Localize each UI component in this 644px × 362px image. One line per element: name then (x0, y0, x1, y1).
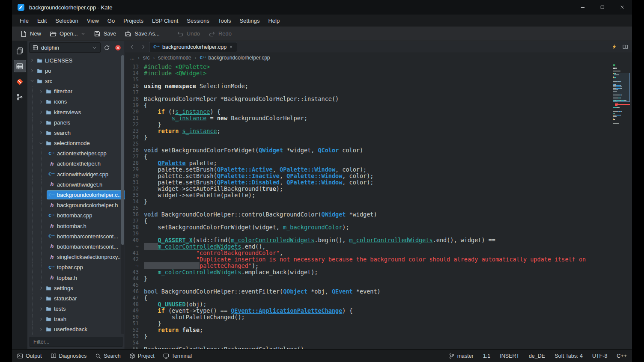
menu-edit[interactable]: Edit (33, 16, 51, 26)
tree-item-bottombarcontentscont[interactable]: C⁺⁺bottombarcontentscont... (29, 231, 125, 241)
quick-actions-bolt-icon[interactable] (609, 42, 619, 52)
chevron-right-icon[interactable] (38, 317, 44, 321)
close-project-button[interactable] (113, 42, 123, 53)
menu-help[interactable]: Help (264, 16, 284, 26)
forward-button[interactable] (138, 42, 148, 52)
redo-button[interactable]: Redo (205, 28, 236, 39)
tab-backgroundcolorhelper[interactable]: C⁺⁺ backgroundcolorhelper.cpp (149, 42, 237, 52)
tree-item-statusbar[interactable]: statusbar (29, 293, 125, 303)
menu-settings[interactable]: Settings (235, 16, 264, 26)
tree-item-bottombar-cpp[interactable]: C⁺⁺bottombar.cpp (29, 211, 125, 221)
activity-git-button[interactable] (14, 76, 26, 87)
chevron-down-icon[interactable] (29, 79, 35, 83)
breadcrumb-item[interactable]: src (143, 55, 150, 61)
chevron-right-icon[interactable] (38, 120, 44, 125)
chevron-right-icon[interactable] (38, 131, 44, 135)
tree-item-filterbar[interactable]: filterbar (29, 86, 125, 97)
indent-guide (32, 128, 38, 138)
tree-item-userfeedback[interactable]: userfeedback (29, 324, 125, 335)
chevron-down-icon[interactable] (38, 141, 44, 145)
indent-guide (41, 252, 47, 262)
back-button[interactable] (127, 42, 137, 52)
chevron-right-icon[interactable] (38, 110, 44, 114)
code-area[interactable]: 13#include <QPalette>14#include <QWidget… (125, 62, 632, 349)
statusbar-diagnostics[interactable]: Diagnostics (51, 353, 87, 359)
statusbar-input-mode[interactable]: INSERT (500, 353, 519, 359)
chevron-right-icon[interactable] (38, 307, 44, 311)
statusbar-encoding[interactable]: UTF-8 (592, 353, 607, 359)
open-button[interactable]: Open... (46, 28, 89, 39)
tree-item-kitemviews[interactable]: kitemviews (29, 107, 125, 117)
minimap[interactable] (613, 64, 630, 348)
tree-item-trash[interactable]: trash (29, 314, 125, 324)
chevron-right-icon[interactable] (38, 296, 44, 300)
statusbar-project[interactable]: Project (129, 353, 155, 359)
project-selector[interactable]: dolphin (29, 42, 101, 53)
chevron-right-icon[interactable] (38, 100, 44, 104)
activity-documents-button[interactable] (14, 45, 26, 56)
statusbar-search[interactable]: Search (95, 353, 121, 359)
breadcrumb-item[interactable]: selectionmode (158, 55, 191, 61)
menu-selection[interactable]: Selection (51, 16, 82, 26)
tree-item-topbar-cpp[interactable]: C⁺⁺topbar.cpp (29, 262, 125, 273)
tree-item-licenses[interactable]: LICENSES (29, 55, 125, 65)
tree-item-backgroundcolorhelper-h[interactable]: hbackgroundcolorhelper.h (29, 200, 125, 211)
chevron-right-icon[interactable] (29, 68, 35, 73)
symbols-icon (16, 93, 24, 101)
tree-item-actionwithwidget-cpp[interactable]: C⁺⁺actionwithwidget.cpp (29, 169, 125, 179)
statusbar-terminal[interactable]: Terminal (163, 353, 192, 359)
minimize-button[interactable] (573, 0, 593, 15)
breadcrumb-item[interactable]: ... (130, 55, 134, 61)
menu-projects[interactable]: Projects (119, 16, 148, 26)
close-tab-icon[interactable] (229, 45, 233, 49)
tree-item-actiontexthelper-cpp[interactable]: C⁺⁺actiontexthelper.cpp (29, 148, 125, 159)
breadcrumb-item[interactable]: C⁺⁺backgroundcolorhelper.cpp (200, 55, 270, 61)
tree-item-panels[interactable]: panels (29, 117, 125, 128)
tree-item-src[interactable]: src (29, 76, 125, 86)
tree-item-topbar-h[interactable]: htopbar.h (29, 273, 125, 283)
menu-file[interactable]: File (15, 16, 33, 26)
chevron-right-icon[interactable] (38, 286, 44, 290)
tree-item-singleclickselectionproxy[interactable]: hsingleclickselectionproxy... (29, 252, 125, 262)
chevron-right-icon[interactable] (38, 89, 44, 94)
minimap-viewport[interactable] (613, 73, 630, 102)
save-button[interactable]: Save (90, 28, 120, 39)
reload-project-button[interactable] (101, 42, 112, 53)
tree-item-po[interactable]: po (29, 65, 125, 76)
menu-go[interactable]: Go (103, 16, 119, 26)
scrollbar-thumb[interactable] (121, 55, 124, 245)
statusbar-cursor-position[interactable]: 1:1 (483, 353, 490, 359)
tree-item-bottombarcontentscont[interactable]: hbottombarcontentscont... (29, 241, 125, 252)
tree-item-settings[interactable]: settings (29, 283, 125, 293)
code-line: 18BackgroundColorHelper *BackgroundColor… (125, 96, 632, 102)
save-as-button[interactable]: Save As... (121, 28, 164, 39)
maximize-button[interactable] (593, 0, 612, 15)
tree-item-backgroundcolorhelper-c[interactable]: C⁺⁺backgroundcolorhelper.c... (29, 190, 125, 200)
tree-item-selectionmode[interactable]: selectionmode (29, 138, 125, 148)
tree-item-actiontexthelper-h[interactable]: hactiontexthelper.h (29, 159, 125, 169)
activity-symbol-outline-button[interactable] (14, 91, 26, 103)
menu-view[interactable]: View (83, 16, 103, 26)
tree-item-search[interactable]: search (29, 128, 125, 138)
split-view-button[interactable] (620, 42, 630, 52)
menu-sessions[interactable]: Sessions (182, 16, 214, 26)
menu-lsp-client[interactable]: LSP Client (148, 16, 182, 26)
close-button[interactable] (612, 0, 632, 15)
menu-tools[interactable]: Tools (214, 16, 235, 26)
tree-item-actionwithwidget-h[interactable]: hactionwithwidget.h (29, 179, 125, 190)
statusbar-highlighting-mode[interactable]: C++ (617, 353, 627, 359)
statusbar-tab-settings[interactable]: Soft Tabs: 4 (555, 353, 583, 359)
new-button[interactable]: New (16, 28, 45, 39)
filter-input[interactable] (30, 337, 122, 347)
statusbar-output[interactable]: Output (17, 353, 42, 359)
tree-item-tests[interactable]: tests (29, 304, 125, 314)
tree-item-icons[interactable]: icons (29, 97, 125, 107)
tree-item-bottombar-h[interactable]: hbottombar.h (29, 221, 125, 231)
tree-scrollbar[interactable] (121, 55, 124, 334)
statusbar-dictionary[interactable]: de_DE (529, 353, 545, 359)
statusbar-git-branch[interactable]: master (449, 353, 474, 359)
undo-button[interactable]: Undo (173, 28, 204, 39)
activity-project-view-button[interactable] (14, 60, 26, 72)
chevron-right-icon[interactable] (29, 58, 35, 62)
chevron-right-icon[interactable] (38, 327, 44, 332)
